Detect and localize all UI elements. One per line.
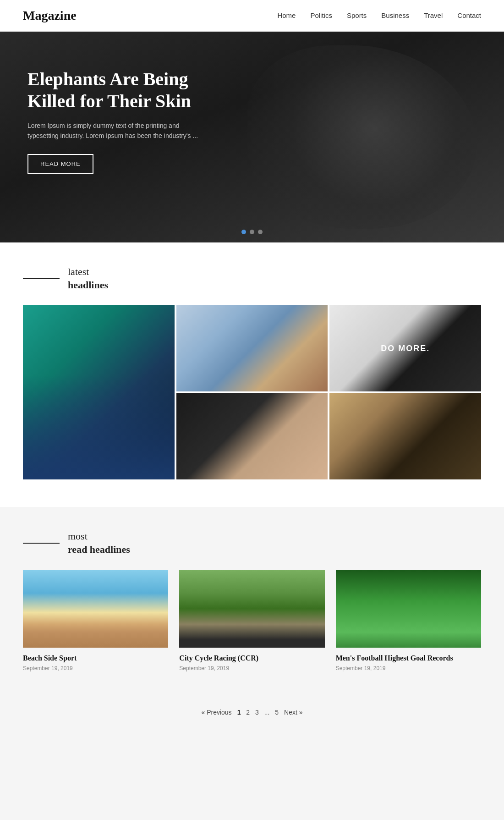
grid-image-team-work: [329, 393, 481, 479]
card-date-2: September 19, 2019: [336, 665, 481, 671]
grid-item-top-mid[interactable]: [176, 305, 328, 391]
most-read-cards-grid: Beach Side SportSeptember 19, 2019City C…: [23, 570, 481, 671]
nav-item-sports[interactable]: Sports: [347, 11, 367, 19]
grid-item-large[interactable]: [23, 305, 175, 479]
page-number-5[interactable]: 5: [273, 708, 280, 717]
section-divider-line: [23, 278, 60, 279]
card-date-1: September 19, 2019: [179, 665, 324, 671]
grid-image-conference: [176, 393, 328, 479]
hero-dot-3[interactable]: [258, 230, 263, 234]
hero-read-more-button[interactable]: READ MORE: [27, 154, 93, 174]
hero-description: Lorem Ipsum is simply dummy text of the …: [27, 121, 211, 141]
grid-image-city-skyline: [176, 305, 328, 391]
grid-image-do-more: [329, 305, 481, 391]
site-logo[interactable]: Magazine: [23, 8, 77, 23]
card-image-football: [336, 570, 481, 648]
page-number-1[interactable]: 1: [236, 708, 245, 717]
most-read-card-1[interactable]: City Cycle Racing (CCR)September 19, 201…: [179, 570, 324, 671]
page-number-3[interactable]: 3: [253, 708, 263, 717]
most-read-title: most read headlines: [68, 530, 130, 556]
card-img-placeholder-beach: [23, 570, 168, 648]
grid-item-bottom-right[interactable]: [329, 393, 481, 479]
pagination: « Previous 1 2 3 ... 5 Next »: [0, 699, 504, 735]
page-numbers: 1 2 3 ... 5: [236, 708, 280, 716]
card-image-cycling: [179, 570, 324, 648]
latest-headlines-title: latest headlines: [68, 265, 108, 292]
most-read-header: most read headlines: [23, 530, 481, 556]
card-img-placeholder-cycling: [179, 570, 324, 648]
card-image-beach: [23, 570, 168, 648]
most-read-section: most read headlines Beach Side SportSept…: [0, 507, 504, 699]
card-img-placeholder-football: [336, 570, 481, 648]
nav-item-business[interactable]: Business: [381, 11, 409, 19]
grid-item-bottom-mid[interactable]: [176, 393, 328, 479]
hero-title: Elephants Are Being Killed for Their Ski…: [27, 68, 211, 112]
grid-item-top-right[interactable]: [329, 305, 481, 391]
nav-item-home[interactable]: Home: [277, 11, 296, 19]
main-nav: HomePoliticsSportsBusinessTravelContact: [277, 11, 481, 20]
latest-headlines-header: latest headlines: [23, 265, 481, 292]
card-title-2: Men's Football Highest Goal Records: [336, 654, 481, 662]
most-read-card-2[interactable]: Men's Football Highest Goal RecordsSepte…: [336, 570, 481, 671]
hero-section: Elephants Are Being Killed for Their Ski…: [0, 32, 504, 242]
page-number-...: ...: [263, 708, 274, 717]
headlines-grid: [23, 305, 481, 479]
grid-image-aerial-resort: [23, 305, 175, 479]
hero-dots: [241, 230, 263, 234]
card-title-1: City Cycle Racing (CCR): [179, 654, 324, 662]
nav-item-politics[interactable]: Politics: [310, 11, 332, 19]
latest-headlines-section: latest headlines: [0, 242, 504, 507]
card-date-0: September 19, 2019: [23, 665, 168, 671]
nav-item-travel[interactable]: Travel: [424, 11, 443, 19]
card-title-0: Beach Side Sport: [23, 654, 168, 662]
hero-dot-2[interactable]: [250, 230, 254, 234]
section-divider-line-2: [23, 543, 60, 544]
pagination-next[interactable]: Next »: [284, 709, 302, 716]
site-header: Magazine HomePoliticsSportsBusinessTrave…: [0, 0, 504, 32]
most-read-card-0[interactable]: Beach Side SportSeptember 19, 2019: [23, 570, 168, 671]
nav-item-contact[interactable]: Contact: [457, 11, 481, 19]
page-number-2[interactable]: 2: [244, 708, 253, 717]
pagination-prev[interactable]: « Previous: [201, 709, 231, 716]
hero-dot-1[interactable]: [241, 230, 246, 234]
hero-content: Elephants Are Being Killed for Their Ski…: [0, 32, 238, 210]
